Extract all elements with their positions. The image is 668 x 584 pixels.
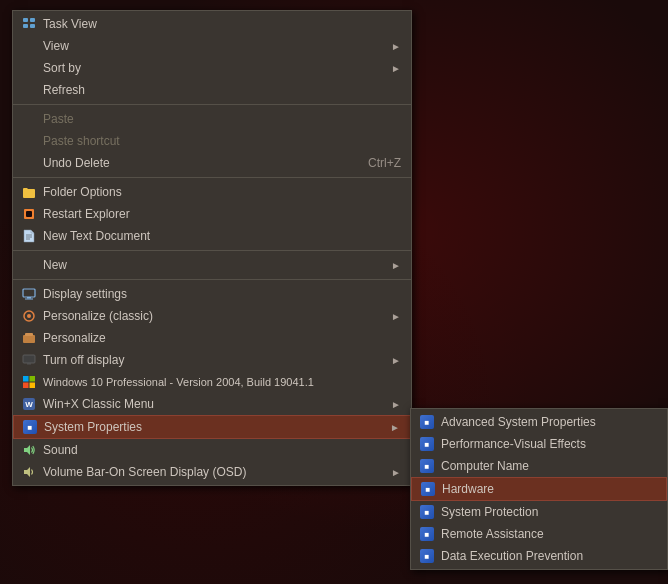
menu-item-sound[interactable]: Sound bbox=[13, 439, 411, 461]
performance-visual-label: Performance-Visual Effects bbox=[441, 437, 657, 451]
sort-arrow: ► bbox=[391, 63, 401, 74]
taskview-icon bbox=[21, 16, 37, 32]
personalize-icon bbox=[21, 330, 37, 346]
view-label: View bbox=[43, 39, 385, 53]
menu-item-new-text-doc[interactable]: New Text Document bbox=[13, 225, 411, 247]
menu-item-task-view[interactable]: Task View bbox=[13, 13, 411, 35]
separator-2 bbox=[13, 177, 411, 178]
separator-4 bbox=[13, 279, 411, 280]
svg-rect-5 bbox=[26, 211, 32, 217]
menu-item-sort-by[interactable]: Sort by ► bbox=[13, 57, 411, 79]
performance-icon: ■ bbox=[419, 436, 435, 452]
menu-item-view[interactable]: View ► bbox=[13, 35, 411, 57]
system-properties-label: System Properties bbox=[44, 420, 384, 434]
remote-assistance-label: Remote Assistance bbox=[441, 527, 657, 541]
svg-rect-10 bbox=[27, 297, 31, 299]
personalize-classic-icon bbox=[21, 308, 37, 324]
menu-item-refresh[interactable]: Refresh bbox=[13, 79, 411, 101]
undo-delete-label: Undo Delete bbox=[43, 156, 362, 170]
sound-label: Sound bbox=[43, 443, 401, 457]
task-view-label: Task View bbox=[43, 17, 401, 31]
svg-point-13 bbox=[27, 314, 31, 318]
hardware-shield: ■ bbox=[421, 482, 435, 496]
win10-version-label: Windows 10 Professional - Version 2004, … bbox=[43, 376, 401, 388]
personalize-label: Personalize bbox=[43, 331, 401, 345]
submenu-item-system-protection[interactable]: ■ System Protection bbox=[411, 501, 667, 523]
new-arrow: ► bbox=[391, 260, 401, 271]
menu-item-volume-bar-osd[interactable]: Volume Bar-On Screen Display (OSD) ► bbox=[13, 461, 411, 483]
win10-icon bbox=[21, 374, 37, 390]
menu-item-personalize-classic[interactable]: Personalize (classic) ► bbox=[13, 305, 411, 327]
winx-icon: W bbox=[21, 396, 37, 412]
svg-rect-19 bbox=[30, 376, 36, 382]
submenu-item-hardware[interactable]: ■ Hardware bbox=[411, 477, 667, 501]
winx-arrow: ► bbox=[391, 399, 401, 410]
computer-name-label: Computer Name bbox=[441, 459, 657, 473]
svg-rect-20 bbox=[23, 383, 29, 389]
submenu-item-remote-assistance[interactable]: ■ Remote Assistance bbox=[411, 523, 667, 545]
advanced-icon: ■ bbox=[419, 414, 435, 430]
system-protection-label: System Protection bbox=[441, 505, 657, 519]
refresh-icon-spacer bbox=[21, 82, 37, 98]
menu-item-restart-explorer[interactable]: Restart Explorer bbox=[13, 203, 411, 225]
svg-rect-15 bbox=[25, 333, 33, 336]
view-arrow: ► bbox=[391, 41, 401, 52]
menu-item-paste-shortcut[interactable]: Paste shortcut bbox=[13, 130, 411, 152]
remote-assistance-icon: ■ bbox=[419, 526, 435, 542]
svg-rect-3 bbox=[30, 24, 35, 28]
submenu-item-performance[interactable]: ■ Performance-Visual Effects bbox=[411, 433, 667, 455]
menu-item-turn-off-display[interactable]: Turn off display ► bbox=[13, 349, 411, 371]
volume-icon bbox=[21, 464, 37, 480]
svg-rect-1 bbox=[30, 18, 35, 22]
paste-icon-spacer bbox=[21, 111, 37, 127]
paste-label: Paste bbox=[43, 112, 401, 126]
undo-icon-spacer bbox=[21, 155, 37, 171]
new-label: New bbox=[43, 258, 385, 272]
separator-3 bbox=[13, 250, 411, 251]
sort-by-label: Sort by bbox=[43, 61, 385, 75]
menu-item-personalize[interactable]: Personalize bbox=[13, 327, 411, 349]
personalize-classic-label: Personalize (classic) bbox=[43, 309, 385, 323]
folder-icon bbox=[21, 184, 37, 200]
computer-name-icon: ■ bbox=[419, 458, 435, 474]
menu-item-display-settings[interactable]: Display settings bbox=[13, 283, 411, 305]
turn-off-display-label: Turn off display bbox=[43, 353, 385, 367]
menu-item-system-properties[interactable]: ■ System Properties ► bbox=[13, 415, 411, 439]
turnoff-arrow: ► bbox=[391, 355, 401, 366]
paste-shortcut-icon-spacer bbox=[21, 133, 37, 149]
menu-item-new[interactable]: New ► bbox=[13, 254, 411, 276]
submenu-item-computer-name[interactable]: ■ Computer Name bbox=[411, 455, 667, 477]
advanced-system-label: Advanced System Properties bbox=[441, 415, 657, 429]
submenu-item-advanced[interactable]: ■ Advanced System Properties bbox=[411, 411, 667, 433]
personalize-classic-arrow: ► bbox=[391, 311, 401, 322]
svg-text:W: W bbox=[25, 400, 33, 409]
svg-rect-14 bbox=[23, 335, 35, 343]
menu-item-winx-classic[interactable]: W Win+X Classic Menu ► bbox=[13, 393, 411, 415]
folder-options-label: Folder Options bbox=[43, 185, 401, 199]
display-settings-label: Display settings bbox=[43, 287, 401, 301]
svg-rect-16 bbox=[23, 355, 35, 363]
menu-item-paste[interactable]: Paste bbox=[13, 108, 411, 130]
data-execution-shield: ■ bbox=[420, 549, 434, 563]
data-execution-label: Data Execution Prevention bbox=[441, 549, 657, 563]
winx-classic-label: Win+X Classic Menu bbox=[43, 397, 385, 411]
hardware-label: Hardware bbox=[442, 482, 656, 496]
menu-item-folder-options[interactable]: Folder Options bbox=[13, 181, 411, 203]
remote-shield: ■ bbox=[420, 527, 434, 541]
menu-item-undo-delete[interactable]: Undo Delete Ctrl+Z bbox=[13, 152, 411, 174]
newtext-icon bbox=[21, 228, 37, 244]
sysprop-arrow: ► bbox=[390, 422, 400, 433]
performance-shield: ■ bbox=[420, 437, 434, 451]
sound-icon bbox=[21, 442, 37, 458]
hardware-icon: ■ bbox=[420, 481, 436, 497]
menu-item-win10-version[interactable]: Windows 10 Professional - Version 2004, … bbox=[13, 371, 411, 393]
sysprop-icon: ■ bbox=[22, 419, 38, 435]
svg-marker-24 bbox=[24, 445, 30, 455]
view-icon-spacer bbox=[21, 38, 37, 54]
system-protection-shield: ■ bbox=[420, 505, 434, 519]
svg-rect-17 bbox=[27, 363, 31, 365]
restart-icon bbox=[21, 206, 37, 222]
svg-rect-11 bbox=[25, 299, 33, 300]
separator-1 bbox=[13, 104, 411, 105]
submenu-item-data-execution[interactable]: ■ Data Execution Prevention bbox=[411, 545, 667, 567]
